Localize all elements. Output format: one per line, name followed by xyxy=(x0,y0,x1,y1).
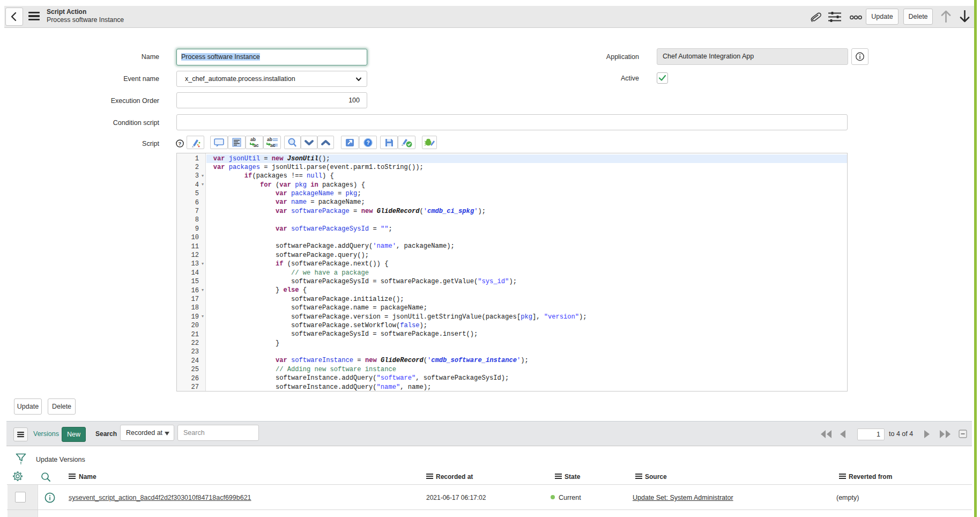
svg-text:ac: ac xyxy=(270,143,276,148)
svg-text:ab: ab xyxy=(267,137,272,142)
svg-text:ac: ac xyxy=(254,143,259,148)
svg-text:?: ? xyxy=(366,140,369,146)
svg-text:?: ? xyxy=(179,141,182,146)
svg-text:ab: ab xyxy=(250,137,256,142)
